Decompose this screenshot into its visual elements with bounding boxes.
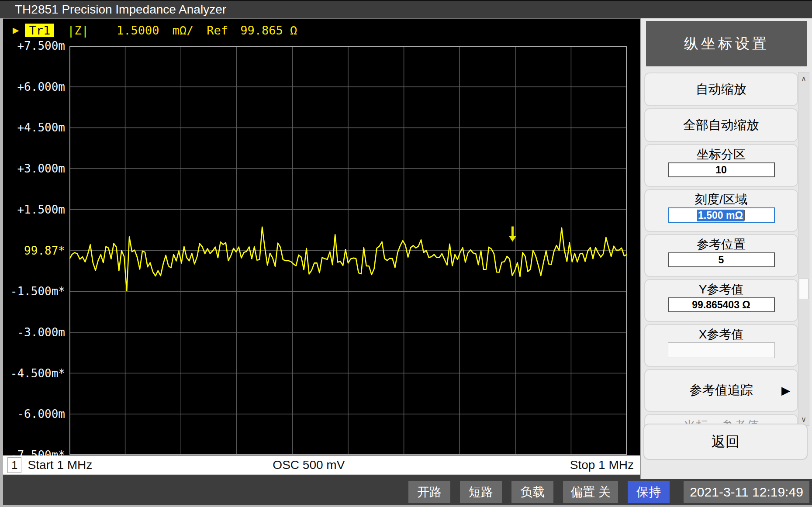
active-trace-arrow-icon: ▶ <box>13 24 19 36</box>
y-axis-tick: +4.500m <box>17 121 65 134</box>
y-axis-tick: +3.000m <box>17 162 65 175</box>
sidebar-scrollbar[interactable]: ∧ ∨ <box>798 72 809 426</box>
settings-sidebar: 纵坐标设置 自动缩放 全部自动缩放 坐标分区 10 刻度/区域 1.500 mΩ… <box>640 18 812 479</box>
trace-parameter: |Z| <box>67 24 89 37</box>
osc-level-label: OSC 500 mV <box>273 455 345 474</box>
trace-name-badge[interactable]: Tr1 <box>25 24 54 37</box>
y-axis-tick: +6.000m <box>17 80 65 93</box>
short-correction-button[interactable]: 短路 <box>460 481 502 503</box>
selected-text: 1.500 mΩ <box>697 210 744 221</box>
x-reference-panel[interactable]: X参考值 <box>644 324 798 367</box>
sweep-start-group: 1 Start 1 MHz <box>7 455 92 474</box>
trace-scale-value: 1.5000 <box>117 24 159 37</box>
text-cursor <box>744 210 745 221</box>
bottom-status-bar: 开路 短路 负载 偏置 关 保持 2021-3-11 12:19:49 <box>0 479 812 505</box>
x-reference-label: X参考值 <box>699 326 744 342</box>
y-axis-tick: -6.000m <box>17 407 65 421</box>
scale-per-division-input[interactable]: 1.500 mΩ <box>668 207 775 223</box>
sweep-stop-label: Stop 1 MHz <box>570 455 634 474</box>
y-axis-tick: +7.500m <box>17 39 65 52</box>
y-reference-label: Y参考值 <box>699 281 744 297</box>
window-frame-left <box>0 18 3 505</box>
y-axis-tick: -4.500m* <box>10 367 65 380</box>
trace-scale-unit: mΩ/ <box>173 24 194 37</box>
reference-tracking-label: 参考值追踪 <box>690 382 753 399</box>
datetime-display: 2021-3-11 12:19:49 <box>684 481 809 503</box>
trace-ref-value: 99.865 Ω <box>240 24 297 37</box>
x-reference-input[interactable] <box>668 342 775 358</box>
instrument-screen: ▶ Tr1 |Z| 1.5000 mΩ/ Ref 99.865 Ω +7.500… <box>3 18 640 479</box>
y-reference-panel[interactable]: Y参考值 99.865403 Ω <box>644 279 798 322</box>
impedance-trace-plot <box>69 46 627 455</box>
sidebar-menu: 自动缩放 全部自动缩放 坐标分区 10 刻度/区域 1.500 mΩ 参考位置 … <box>644 72 798 459</box>
y-reference-input[interactable]: 99.865403 Ω <box>668 297 775 312</box>
title-bar: TH2851 Precision Impedance Analyzer <box>0 1 812 18</box>
trace-ref-word: Ref <box>207 24 228 37</box>
reference-tracking-button[interactable]: 参考值追踪 ▶ <box>644 369 798 412</box>
reference-position-input[interactable]: 5 <box>668 252 775 267</box>
y-axis-tick: -3.000m <box>17 326 65 339</box>
scroll-up-icon[interactable]: ∧ <box>798 72 809 85</box>
app-window: TH2851 Precision Impedance Analyzer ▶ Tr… <box>0 0 812 507</box>
chart-svg <box>69 46 627 455</box>
back-button[interactable]: 返回 <box>643 424 808 460</box>
open-correction-button[interactable]: 开路 <box>408 481 450 503</box>
y-axis-tick: -1.500m* <box>10 285 65 298</box>
reference-position-label: 参考位置 <box>697 236 746 252</box>
reference-position-panel[interactable]: 参考位置 5 <box>644 234 798 277</box>
trace-info-bar: ▶ Tr1 |Z| 1.5000 mΩ/ Ref 99.865 Ω <box>13 23 297 38</box>
scale-per-division-panel[interactable]: 刻度/区域 1.500 mΩ <box>644 189 798 232</box>
auto-scale-all-button[interactable]: 全部自动缩放 <box>644 108 798 142</box>
chart-screen-area: ▶ Tr1 |Z| 1.5000 mΩ/ Ref 99.865 Ω +7.500… <box>3 18 640 455</box>
sweep-start-label: Start 1 MHz <box>28 458 92 472</box>
auto-scale-button[interactable]: 自动缩放 <box>644 72 798 106</box>
y-axis-tick: 99.87* <box>24 244 65 257</box>
grid-lines <box>69 46 627 455</box>
window-frame-bottom <box>0 505 812 507</box>
y-axis-tick: +1.500m <box>17 203 65 216</box>
divisions-label: 坐标分区 <box>697 146 746 162</box>
x-axis-status-strip: 1 Start 1 MHz OSC 500 mV Stop 1 MHz <box>3 455 640 475</box>
submenu-arrow-icon: ▶ <box>781 384 790 397</box>
scrollbar-thumb[interactable] <box>799 279 809 299</box>
y-axis-tick-labels: +7.500m+6.000m+4.500m+3.000m+1.500m99.87… <box>3 46 67 455</box>
load-correction-button[interactable]: 负载 <box>511 481 553 503</box>
sidebar-title: 纵坐标设置 <box>646 21 807 66</box>
window-title: TH2851 Precision Impedance Analyzer <box>15 3 226 16</box>
channel-number-box: 1 <box>7 457 21 473</box>
divisions-input[interactable]: 10 <box>668 162 775 177</box>
scale-per-division-label: 刻度/区域 <box>695 191 747 207</box>
hold-button[interactable]: 保持 <box>628 481 670 503</box>
bias-off-button[interactable]: 偏置 关 <box>563 481 618 503</box>
divisions-panel[interactable]: 坐标分区 10 <box>644 144 798 187</box>
